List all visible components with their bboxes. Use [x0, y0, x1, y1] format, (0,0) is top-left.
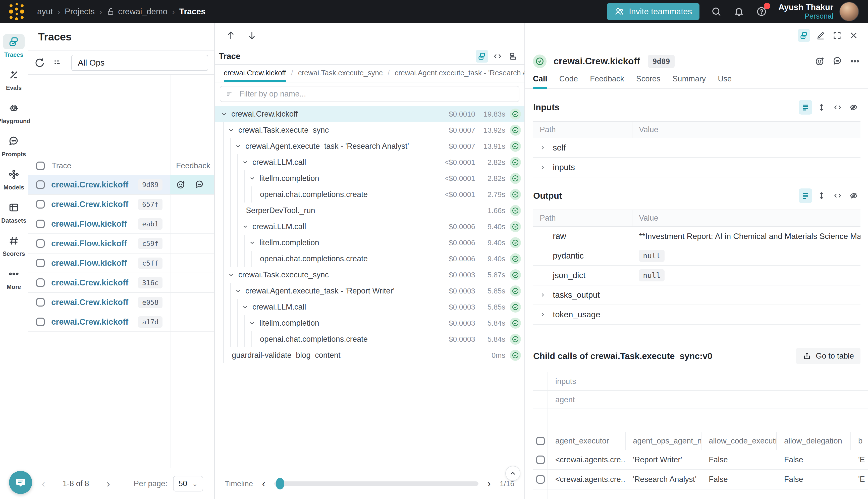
- row-checkbox[interactable]: [36, 220, 45, 228]
- tab-feedback[interactable]: Feedback: [590, 74, 624, 88]
- timeline-next-icon[interactable]: ›: [486, 478, 492, 489]
- wandb-logo-icon[interactable]: [9, 3, 24, 20]
- expand-rows-icon[interactable]: [815, 188, 828, 203]
- column-header[interactable]: agent_executor: [548, 432, 625, 450]
- chevron-down-icon[interactable]: [228, 127, 238, 133]
- hide-values-icon[interactable]: [847, 188, 860, 203]
- breadcrumb-project[interactable]: crewai_demo: [107, 7, 167, 16]
- prev-trace-arrow-icon[interactable]: [226, 31, 236, 40]
- timeline-slider-handle[interactable]: [276, 478, 284, 489]
- code-view-icon[interactable]: [831, 188, 844, 203]
- row-checkbox[interactable]: [536, 455, 545, 464]
- sidebar-item-datasets[interactable]: Datasets: [0, 195, 28, 229]
- chevron-right-icon[interactable]: [540, 312, 553, 318]
- next-trace-arrow-icon[interactable]: [247, 31, 257, 40]
- expand-rows-icon[interactable]: [815, 100, 828, 114]
- row-checkbox[interactable]: [36, 259, 45, 267]
- refresh-icon[interactable]: [34, 57, 45, 68]
- column-header[interactable]: b: [851, 432, 868, 450]
- code-view-icon[interactable]: [831, 100, 844, 114]
- output-row-raw[interactable]: raw **Investment Report: AI in Chemical …: [533, 227, 860, 246]
- sidebar-item-playground[interactable]: Playground: [0, 96, 28, 129]
- user-menu[interactable]: Ayush Thakur Personal: [778, 2, 833, 20]
- row-checkbox[interactable]: [536, 475, 545, 484]
- avatar[interactable]: [839, 2, 859, 21]
- per-page-select[interactable]: 50 ⌄: [173, 476, 203, 491]
- table-row[interactable]: crewai.Crew.kickoffe058: [28, 293, 214, 312]
- chat-support-button[interactable]: [9, 471, 32, 494]
- chevron-down-icon[interactable]: [228, 272, 238, 278]
- trace-tree-row[interactable]: crewai.Crew.kickoff $0.0010 19.83s: [215, 106, 524, 122]
- output-row-token-usage[interactable]: token_usage: [533, 305, 860, 325]
- trace-tree-row[interactable]: litellm.completion $0.0006 9.40s: [215, 235, 524, 251]
- trace-link[interactable]: crewai.Crew.kickoff: [51, 180, 138, 190]
- sidebar-item-evals[interactable]: Evals: [0, 63, 28, 96]
- trace-link[interactable]: crewai.Flow.kickoff: [51, 219, 138, 229]
- next-page-button[interactable]: ›: [104, 478, 112, 489]
- op-name-filter-input[interactable]: [239, 89, 513, 98]
- trace-link[interactable]: crewai.Crew.kickoff: [51, 278, 138, 288]
- trace-link[interactable]: crewai.Flow.kickoff: [51, 258, 138, 268]
- input-row-inputs[interactable]: inputs: [533, 158, 860, 178]
- select-all-checkbox[interactable]: [536, 437, 545, 445]
- raw-output-value[interactable]: **Investment Report: AI in Chemical and …: [639, 232, 860, 241]
- trace-tree-row[interactable]: crewai.Task.execute_sync $0.0007 13.92s: [215, 122, 524, 138]
- chevron-down-icon[interactable]: [249, 320, 259, 326]
- tab-use[interactable]: Use: [718, 74, 732, 88]
- trace-tree-row[interactable]: crewai.Agent.execute_task - 'Research An…: [215, 138, 524, 154]
- edit-icon[interactable]: [814, 29, 827, 42]
- table-row[interactable]: crewai.Flow.kickoffc5ff: [28, 254, 214, 273]
- tab-code[interactable]: Code: [559, 74, 578, 88]
- add-reaction-icon[interactable]: [176, 180, 186, 190]
- column-header[interactable]: allow_code_execution: [702, 432, 777, 450]
- chevron-down-icon[interactable]: [221, 111, 231, 117]
- tab-scores[interactable]: Scores: [636, 74, 660, 88]
- table-row[interactable]: <crewai.agents.cre... 'Report Writer' Fa…: [533, 450, 868, 470]
- trace-tree-row[interactable]: litellm.completion $0.0003 5.84s: [215, 315, 524, 331]
- chevron-down-icon[interactable]: [249, 175, 259, 182]
- feedback-column-header[interactable]: Feedback: [170, 157, 214, 175]
- code-view-button[interactable]: [491, 50, 504, 63]
- fullscreen-icon[interactable]: [831, 29, 843, 42]
- ops-filter-select[interactable]: All Ops: [71, 55, 208, 71]
- trace-tree-row[interactable]: SerperDevTool._run 1.66s: [215, 203, 524, 219]
- trace-link[interactable]: crewai.Crew.kickoff: [51, 297, 138, 307]
- chevron-down-icon[interactable]: [242, 304, 252, 310]
- row-checkbox[interactable]: [36, 278, 45, 287]
- row-checkbox[interactable]: [36, 298, 45, 306]
- table-row[interactable]: crewai.Crew.kickoff9d89: [28, 175, 214, 195]
- more-options-icon[interactable]: [850, 56, 860, 66]
- tree-view-toggle-button[interactable]: [798, 29, 810, 42]
- trace-tree-row[interactable]: crewai.Task.execute_sync $0.0003 5.87s: [215, 267, 524, 283]
- row-checkbox[interactable]: [36, 318, 45, 326]
- output-row-pydantic[interactable]: pydantic null: [533, 246, 860, 266]
- trace-tree-row[interactable]: crewai.LLM.call $0.0006 9.40s: [215, 219, 524, 235]
- trace-tree-row[interactable]: crewai.LLM.call $0.0003 5.85s: [215, 299, 524, 315]
- add-reaction-icon[interactable]: [815, 56, 825, 66]
- search-icon[interactable]: [710, 6, 722, 17]
- trace-tree-row[interactable]: litellm.completion <$0.0001 2.82s: [215, 170, 524, 186]
- collapse-timeline-button[interactable]: [505, 466, 520, 481]
- trace-link[interactable]: crewai.Flow.kickoff: [51, 239, 138, 248]
- sidebar-item-prompts[interactable]: Prompts: [0, 129, 28, 162]
- filter-list-icon[interactable]: [53, 57, 64, 68]
- table-row[interactable]: crewai.Flow.kickoffeab1: [28, 214, 214, 234]
- prev-page-button[interactable]: ‹: [39, 478, 48, 489]
- row-checkbox[interactable]: [36, 200, 45, 208]
- invite-teammates-button[interactable]: Invite teammates: [607, 3, 699, 20]
- comment-icon[interactable]: [195, 180, 204, 190]
- tab-summary[interactable]: Summary: [673, 74, 706, 88]
- call-id-badge[interactable]: 9d89: [648, 55, 674, 68]
- table-row[interactable]: crewai.Flow.kickoffc59f: [28, 234, 214, 254]
- breadcrumb-projects[interactable]: Projects: [65, 7, 95, 16]
- chevron-down-icon[interactable]: [242, 223, 252, 230]
- column-header[interactable]: allow_delegation: [777, 432, 851, 450]
- trace-tree-row[interactable]: openai.chat.completions.create $0.0006 9…: [215, 251, 524, 267]
- go-to-table-button[interactable]: Go to table: [796, 348, 860, 364]
- help-icon[interactable]: [756, 6, 767, 17]
- flame-view-button[interactable]: [507, 50, 519, 63]
- output-row-tasks-output[interactable]: tasks_output: [533, 285, 860, 305]
- table-row[interactable]: crewai.Crew.kickoff316c: [28, 273, 214, 293]
- list-view-icon[interactable]: [799, 188, 812, 203]
- hide-values-icon[interactable]: [847, 100, 860, 114]
